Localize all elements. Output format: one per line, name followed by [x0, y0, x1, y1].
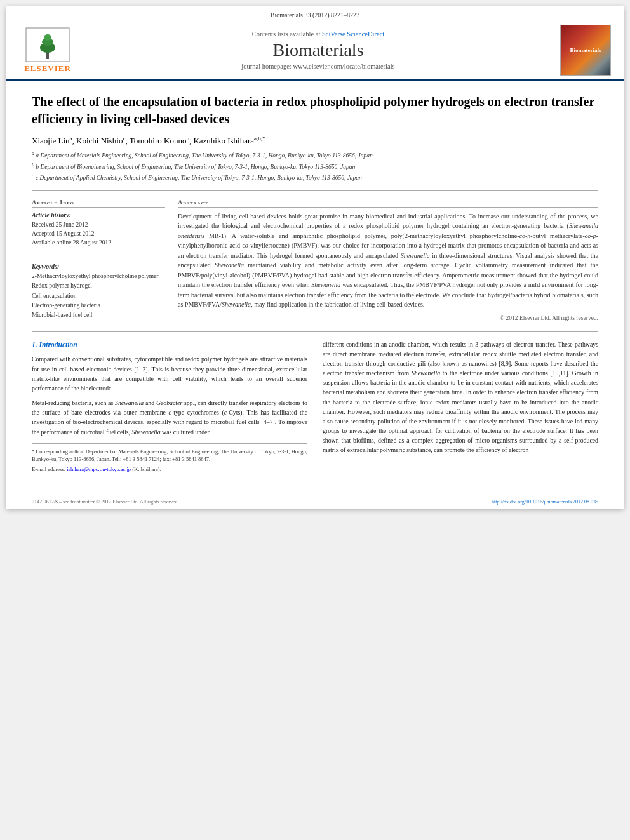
copyright-line: © 2012 Elsevier Ltd. All rights reserved… — [178, 315, 598, 321]
footnote-email: E-mail address: ishihara@mpc.t.u-tokyo.a… — [32, 465, 307, 474]
journal-name: Biomaterials — [76, 40, 560, 60]
body-section: 1. Introduction Compared with convention… — [32, 340, 598, 476]
intro-para-2: Metal-reducing bacteria, such as Shewane… — [32, 398, 307, 437]
main-content: The effect of the encapsulation of bacte… — [6, 81, 624, 495]
affiliation-a: a a Department of Materials Engineering,… — [32, 150, 598, 160]
issn-copyright: 0142-9612/$ – see front matter © 2012 El… — [32, 499, 179, 505]
body-right-col: different conditions in an anodic chambe… — [323, 340, 598, 476]
authors-line: Xiaojie Lina, Koichi Nishioc, Tomohiro K… — [32, 135, 598, 146]
journal-header: Biomaterials 33 (2012) 8221–8227 ELSEVIE… — [6, 6, 624, 81]
affiliation-c: c c Department of Applied Chemistry, Sch… — [32, 172, 598, 182]
abstract-label: Abstract — [178, 199, 598, 208]
journal-homepage: journal homepage: www.elsevier.com/locat… — [76, 63, 560, 70]
keywords-label: Keywords: — [32, 263, 165, 270]
affiliation-b: b b Department of Bioengineering, School… — [32, 161, 598, 171]
footnotes: * Corresponding author. Department of Ma… — [32, 443, 307, 474]
intro-para-1: Compared with conventional substrates, c… — [32, 354, 307, 393]
svg-point-3 — [44, 34, 51, 41]
intro-heading: 1. Introduction — [32, 340, 307, 351]
abstract-text: Development of living cell-based devices… — [178, 211, 598, 310]
info-abstract-section: Article Info Article history: Received 2… — [32, 199, 598, 321]
journal-title-center: Contents lists available at SciVerse Sci… — [76, 30, 560, 70]
elsevier-logo: ELSEVIER — [19, 27, 76, 74]
footnote-corresponding: * Corresponding author. Department of Ma… — [32, 448, 307, 464]
keywords-list: 2-Methacryloyloxyethyl phosphorylcholine… — [32, 272, 165, 320]
keyword-2: Redox polymer hydrogel — [32, 281, 165, 291]
keyword-5: Microbial-based fuel cell — [32, 310, 165, 320]
keyword-3: Cell encapsulation — [32, 291, 165, 301]
elsevier-wordmark: ELSEVIER — [24, 63, 71, 74]
divider-top — [32, 190, 598, 191]
article-info-label: Article Info — [32, 199, 165, 208]
doi-link[interactable]: http://dx.doi.org/10.1016/j.biomaterials… — [492, 499, 598, 505]
page: Biomaterials 33 (2012) 8221–8227 ELSEVIE… — [6, 6, 624, 509]
keyword-1: 2-Methacryloyloxyethyl phosphorylcholine… — [32, 272, 165, 281]
divider-body — [32, 331, 598, 332]
history-label: Article history: — [32, 211, 165, 218]
intro-para-3: different conditions in an anodic chambe… — [323, 340, 598, 455]
received-date: Received 25 June 2012 Accepted 15 August… — [32, 220, 165, 248]
abstract-column: Abstract Development of living cell-base… — [178, 199, 598, 321]
contents-available: Contents lists available at SciVerse Sci… — [76, 30, 560, 37]
body-left-col: 1. Introduction Compared with convention… — [32, 340, 307, 476]
journal-meta-top: Biomaterials 33 (2012) 8221–8227 — [19, 11, 611, 18]
info-divider — [32, 255, 165, 255]
article-title: The effect of the encapsulation of bacte… — [32, 93, 598, 128]
elsevier-tree-icon — [25, 27, 70, 62]
keyword-4: Electron-generating bacteria — [32, 301, 165, 310]
biomaterials-logo-text: Biomaterials — [570, 47, 601, 53]
biomaterials-logo: Biomaterials — [560, 25, 611, 76]
email-link[interactable]: ishihara@mpc.t.u-tokyo.ac.jp — [67, 466, 131, 472]
article-info-column: Article Info Article history: Received 2… — [32, 199, 165, 321]
bottom-bar: 0142-9612/$ – see front matter © 2012 El… — [6, 495, 624, 509]
affiliations: a a Department of Materials Engineering,… — [32, 150, 598, 182]
sciverse-link[interactable]: SciVerse ScienceDirect — [322, 30, 384, 37]
